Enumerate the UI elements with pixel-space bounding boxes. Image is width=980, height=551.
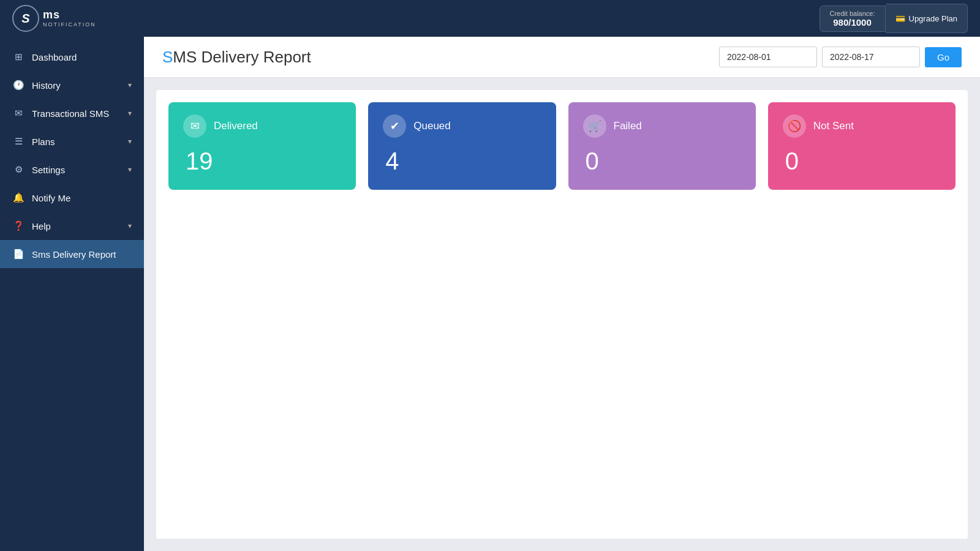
date-filters: Go bbox=[719, 47, 962, 67]
gear-icon: ⚙ bbox=[12, 164, 24, 175]
credit-label: Credit balance: bbox=[830, 10, 875, 17]
sidebar-item-label: Dashboard bbox=[32, 52, 77, 62]
main-content: SMS Delivery Report Go ✉ Delivered 19 bbox=[144, 37, 980, 551]
stats-row: ✉ Delivered 19 ✔ Queued 4 🛒 bbox=[168, 102, 956, 190]
chevron-down-icon: ▾ bbox=[128, 109, 132, 118]
envelope-icon: ✉ bbox=[12, 108, 24, 119]
sidebar-item-notify-me[interactable]: 🔔 Notify Me bbox=[0, 184, 144, 212]
envelope-check-icon: ✉ bbox=[183, 114, 206, 138]
credit-card-icon: 💳 bbox=[895, 14, 905, 23]
logo-sms: ms bbox=[43, 9, 96, 22]
queued-label: Queued bbox=[413, 120, 451, 132]
header-right: Credit balance: 980/1000 💳 Upgrade Plan bbox=[820, 4, 968, 33]
stat-card-failed: 🛒 Failed 0 bbox=[568, 102, 756, 190]
sidebar-item-label: Notify Me bbox=[32, 193, 70, 203]
page-title: SMS Delivery Report bbox=[162, 48, 311, 67]
sidebar-item-sms-delivery-report[interactable]: 📄 Sms Delivery Report bbox=[0, 240, 144, 268]
credit-amount: 980/1000 bbox=[830, 17, 875, 28]
sidebar-item-label: Settings bbox=[32, 165, 65, 175]
logo-sub: NOTIFICATION bbox=[43, 21, 96, 28]
stat-card-queued: ✔ Queued 4 bbox=[368, 102, 556, 190]
cart-icon: 🛒 bbox=[583, 114, 606, 138]
failed-label: Failed bbox=[614, 120, 642, 132]
upgrade-label: Upgrade Plan bbox=[909, 14, 958, 23]
not-sent-label: Not Sent bbox=[813, 120, 854, 132]
stat-card-not-sent: 🚫 Not Sent 0 bbox=[768, 102, 956, 190]
header: S ms NOTIFICATION Credit balance: 980/10… bbox=[0, 0, 980, 37]
sidebar-item-label: Sms Delivery Report bbox=[32, 249, 116, 260]
failed-value: 0 bbox=[583, 148, 741, 175]
card-header-queued: ✔ Queued bbox=[383, 114, 541, 138]
sidebar-item-label: Transactional SMS bbox=[32, 108, 109, 119]
sidebar-item-transactional-sms[interactable]: ✉ Transactional SMS ▾ bbox=[0, 99, 144, 127]
title-accent: S bbox=[162, 48, 173, 66]
clock-check-icon: ✔ bbox=[383, 114, 406, 138]
date-from-input[interactable] bbox=[719, 47, 817, 67]
queued-value: 4 bbox=[383, 148, 541, 175]
sidebar-item-help[interactable]: ❓ Help ▾ bbox=[0, 212, 144, 240]
logo: S ms NOTIFICATION bbox=[12, 5, 96, 32]
credit-balance: Credit balance: 980/1000 bbox=[820, 6, 886, 32]
title-rest: MS Delivery Report bbox=[173, 48, 311, 66]
card-header-not-sent: 🚫 Not Sent bbox=[783, 114, 941, 138]
sidebar-item-dashboard[interactable]: ⊞ Dashboard bbox=[0, 43, 144, 71]
logo-circle: S bbox=[12, 5, 39, 32]
logo-text: ms NOTIFICATION bbox=[43, 9, 96, 28]
chevron-down-icon: ▾ bbox=[128, 222, 132, 230]
sidebar-item-history[interactable]: 🕐 History ▾ bbox=[0, 71, 144, 99]
page-header: SMS Delivery Report Go bbox=[144, 37, 980, 78]
file-icon: 📄 bbox=[12, 249, 24, 260]
cards-container: ✉ Delivered 19 ✔ Queued 4 🛒 bbox=[156, 90, 968, 539]
stat-card-delivered: ✉ Delivered 19 bbox=[168, 102, 356, 190]
clock-icon: 🕐 bbox=[12, 80, 24, 91]
sidebar-item-label: Plans bbox=[32, 137, 55, 147]
delivered-value: 19 bbox=[183, 148, 341, 175]
chevron-down-icon: ▾ bbox=[128, 137, 132, 146]
question-icon: ❓ bbox=[12, 220, 24, 231]
go-button[interactable]: Go bbox=[925, 47, 962, 67]
card-header-failed: 🛒 Failed bbox=[583, 114, 741, 138]
list-icon: ☰ bbox=[12, 136, 24, 147]
sidebar-item-settings[interactable]: ⚙ Settings ▾ bbox=[0, 156, 144, 184]
sidebar: ⊞ Dashboard 🕐 History ▾ ✉ Transactional … bbox=[0, 37, 144, 551]
chevron-down-icon: ▾ bbox=[128, 81, 132, 89]
delivered-label: Delivered bbox=[214, 120, 258, 132]
sidebar-item-label: History bbox=[32, 80, 61, 91]
card-header-delivered: ✉ Delivered bbox=[183, 114, 341, 138]
main-layout: ⊞ Dashboard 🕐 History ▾ ✉ Transactional … bbox=[0, 37, 980, 551]
date-to-input[interactable] bbox=[822, 47, 920, 67]
sidebar-item-label: Help bbox=[32, 221, 51, 231]
logo-letter: S bbox=[21, 12, 29, 26]
chevron-down-icon: ▾ bbox=[128, 165, 132, 174]
no-send-icon: 🚫 bbox=[783, 114, 806, 138]
upgrade-button[interactable]: 💳 Upgrade Plan bbox=[886, 4, 968, 33]
sidebar-item-plans[interactable]: ☰ Plans ▾ bbox=[0, 127, 144, 156]
grid-icon: ⊞ bbox=[12, 51, 24, 62]
not-sent-value: 0 bbox=[783, 148, 941, 175]
bell-icon: 🔔 bbox=[12, 192, 24, 203]
